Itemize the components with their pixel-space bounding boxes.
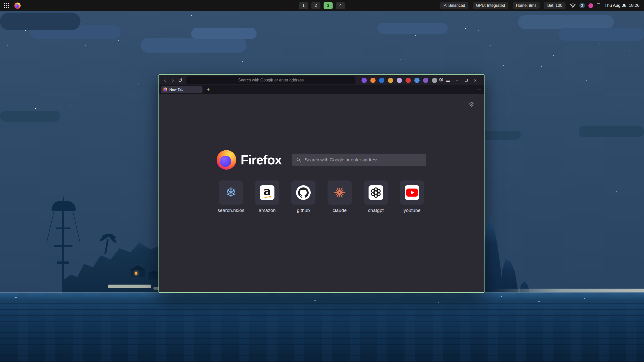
close-button[interactable]: ×	[472, 77, 478, 83]
shortcut-tile	[328, 180, 352, 205]
shortcut-tile	[400, 180, 424, 205]
extension-icon-7[interactable]	[414, 78, 420, 83]
water-sparkles	[0, 295, 2, 295]
nixos-logo-icon: ❄	[225, 186, 236, 199]
hut	[129, 265, 146, 270]
island-watchtower	[47, 211, 54, 243]
shortcut-chatgpt[interactable]: chatgpt	[364, 180, 388, 213]
reload-button[interactable]	[176, 76, 184, 84]
shortcut-label: youtube	[404, 208, 421, 213]
firefox-logo	[217, 150, 236, 170]
newtab-hero: Firefox	[159, 150, 484, 170]
hut	[131, 270, 145, 277]
island-watchtower	[57, 261, 69, 264]
shortcut-github[interactable]: github	[291, 180, 315, 213]
firefox-window: − × New Tab + ⚙ Firefox	[158, 74, 485, 293]
palm-tree	[104, 239, 109, 254]
battery-status: Bat: 100	[544, 2, 566, 9]
firefox-launcher-icon[interactable]	[14, 3, 21, 9]
shortcut-claude[interactable]: claude	[328, 180, 352, 213]
shortcut-search-nixos[interactable]: ❄ search.nixos	[219, 180, 243, 213]
shortcut-tile: a	[255, 180, 279, 205]
shortcut-label: search.nixos	[218, 208, 245, 213]
list-all-tabs-chevron-icon[interactable]	[478, 88, 481, 91]
extension-icon-2[interactable]	[370, 78, 376, 83]
navigation-toolbar: − ×	[159, 75, 484, 85]
ping-status: Home: 9ms	[513, 2, 540, 9]
extension-icon-6[interactable]	[406, 78, 411, 83]
indicator-icon[interactable]	[588, 3, 593, 8]
menu-hamburger-icon[interactable]	[444, 77, 451, 84]
bluetooth-icon[interactable]	[579, 3, 585, 8]
top-bar: 1 2 3 4 P: Balanced GPU: Integrated Home…	[0, 0, 644, 11]
firefox-favicon	[163, 87, 167, 92]
youtube-play-icon	[405, 185, 419, 200]
hut-window-light	[135, 272, 137, 275]
tablet-icon[interactable]	[597, 3, 600, 8]
system-tray	[570, 3, 600, 8]
window-controls: − ×	[454, 77, 478, 83]
forward-button[interactable]	[169, 76, 176, 84]
workspace-2[interactable]: 2	[311, 2, 320, 9]
shortcut-label: claude	[333, 208, 347, 213]
cloud	[579, 126, 644, 137]
workspace-1[interactable]: 1	[299, 2, 308, 9]
search-icon	[296, 157, 301, 162]
shortcut-tiles: ❄ search.nixos a amazon	[159, 180, 484, 213]
clock: Thu Aug 08, 18:26	[605, 3, 639, 8]
url-bar[interactable]	[186, 76, 355, 84]
cloud	[0, 13, 80, 30]
wifi-icon[interactable]	[570, 3, 576, 8]
rock-stack	[501, 255, 518, 293]
hut	[148, 274, 159, 280]
shortcut-tile	[291, 180, 315, 205]
ocean	[0, 293, 644, 362]
newtab-search-input[interactable]	[304, 157, 422, 163]
extension-icon-4[interactable]	[388, 78, 393, 83]
amazon-logo-icon: a	[260, 185, 274, 200]
power-profile-status: P: Balanced	[440, 2, 468, 9]
new-tab-button[interactable]: +	[205, 86, 212, 93]
extension-icon-1[interactable]	[361, 78, 367, 83]
extension-icon-3[interactable]	[379, 78, 384, 83]
cloud	[377, 23, 448, 34]
github-octocat-icon	[296, 185, 311, 200]
personalize-gear-icon[interactable]: ⚙	[469, 101, 474, 108]
cloud	[191, 28, 257, 39]
shortcut-label: github	[297, 208, 310, 213]
shortcut-label: amazon	[259, 208, 276, 213]
workspace-4[interactable]: 4	[336, 2, 345, 9]
shortcut-tile: ❄	[219, 180, 243, 205]
extension-buttons	[361, 78, 437, 83]
tab-title: New Tab	[169, 87, 183, 92]
island-watchtower	[54, 245, 72, 247]
extension-icon-9[interactable]	[432, 78, 437, 83]
workspace-3-active[interactable]: 3	[324, 2, 333, 9]
island-watchtower-roof	[52, 201, 76, 211]
extension-icon-8[interactable]	[423, 78, 428, 83]
minimize-button[interactable]: −	[454, 77, 460, 83]
shortcut-youtube[interactable]: youtube	[400, 180, 424, 213]
cloud	[0, 111, 60, 122]
extension-icon-5[interactable]	[397, 78, 402, 83]
claude-starburst-icon	[333, 186, 346, 199]
newtab-search-bar[interactable]	[292, 154, 426, 166]
island-watchtower	[63, 197, 64, 202]
status-area: P: Balanced GPU: Integrated Home: 9ms Ba…	[440, 2, 644, 9]
top-bar-left	[0, 3, 21, 9]
app-launcher-icon[interactable]	[4, 3, 9, 8]
extensions-puzzle-icon[interactable]	[437, 77, 444, 84]
new-tab-page: ⚙ Firefox ❄ search.nixos	[159, 94, 484, 292]
island-silhouette	[64, 233, 175, 293]
shortcut-label: chatgpt	[368, 208, 384, 213]
back-button[interactable]	[161, 76, 169, 84]
beach-glow	[493, 289, 644, 292]
shortcut-amazon[interactable]: a amazon	[255, 180, 279, 213]
island-watchtower	[62, 210, 64, 293]
maximize-button[interactable]	[463, 77, 469, 83]
workspace-switcher: 1 2 3 4	[299, 2, 345, 9]
tab-new-tab[interactable]: New Tab	[161, 86, 203, 93]
chatgpt-knot-icon	[369, 185, 383, 200]
tab-bar: New Tab +	[159, 85, 484, 94]
cloud	[141, 38, 247, 53]
